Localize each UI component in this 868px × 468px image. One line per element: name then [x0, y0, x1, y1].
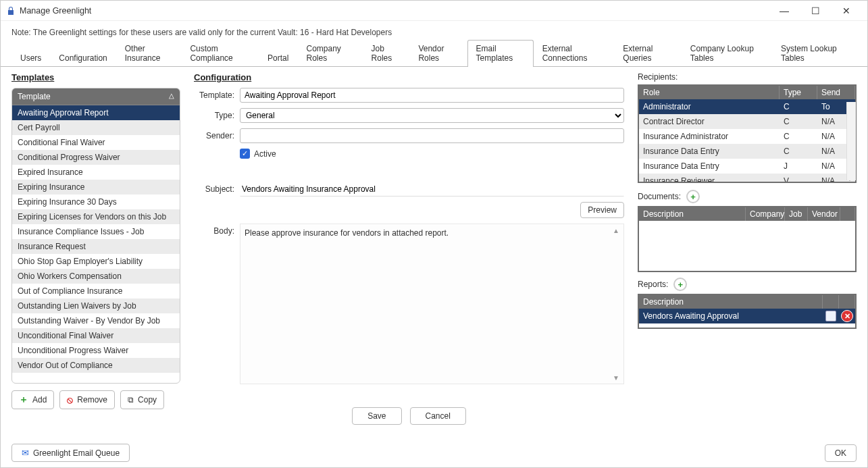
tab-system-lookup-tables[interactable]: System Lookup Tables [772, 40, 857, 67]
subject-label: Subject: [194, 184, 234, 194]
documents-col-desc[interactable]: Description [639, 207, 746, 221]
recipients-col-role[interactable]: Role [639, 86, 780, 99]
tab-job-roles[interactable]: Job Roles [363, 40, 410, 67]
documents-col-job[interactable]: Job [785, 207, 808, 221]
close-button[interactable]: ✕ [836, 5, 857, 16]
templates-list: Awaiting Approval ReportCert PayrollCond… [12, 105, 180, 383]
documents-col-company[interactable]: Company [746, 207, 785, 221]
template-item[interactable]: Expiring Insurance [12, 180, 180, 194]
tab-company-roles[interactable]: Company Roles [297, 40, 362, 67]
ok-label: OK [835, 448, 846, 458]
copy-button[interactable]: ⧉ Copy [120, 390, 164, 409]
reports-table: Description Vendors Awaiting Approval✕ [638, 294, 857, 329]
recipients-table: Role Type Send AdministratorCTo▼Contract… [638, 84, 857, 183]
tab-external-connections[interactable]: External Connections [534, 40, 615, 67]
copy-icon: ⧉ [128, 395, 134, 405]
templates-heading: Templates [11, 72, 180, 82]
preview-button[interactable]: Preview [580, 202, 624, 218]
recipients-col-type[interactable]: Type [780, 86, 817, 99]
active-label: Active [254, 149, 276, 159]
tab-custom-compliance[interactable]: Custom Compliance [181, 40, 259, 67]
template-item[interactable]: Unconditional Final Waiver [12, 328, 180, 343]
add-document-button[interactable]: + [686, 190, 700, 203]
template-item[interactable]: Out of Compliance Insurance [12, 284, 180, 298]
template-item[interactable]: Vendor Out of Compliance [12, 358, 180, 373]
sender-label: Sender: [194, 131, 234, 140]
tab-users[interactable]: Users [11, 49, 50, 67]
template-item[interactable]: Insurance Compliance Issues - Job [12, 224, 180, 239]
recipient-role: Administrator [639, 101, 780, 113]
lock-icon [6, 6, 16, 16]
queue-label: Greenlight Email Queue [33, 448, 120, 458]
type-label: Type: [194, 111, 234, 120]
tab-other-insurance[interactable]: Other Insurance [116, 40, 182, 67]
template-item[interactable]: Awaiting Approval Report [12, 105, 180, 120]
ok-button[interactable]: OK [825, 444, 857, 462]
recipient-role: Insurance Reviewer [639, 175, 780, 182]
cancel-button[interactable]: Cancel [410, 407, 466, 425]
copy-label: Copy [138, 395, 157, 405]
recipients-scrollbar[interactable] [846, 102, 856, 180]
save-button[interactable]: Save [352, 407, 401, 425]
template-input[interactable] [240, 88, 624, 103]
recipient-type: C [780, 101, 817, 113]
minimize-button[interactable]: — [774, 5, 794, 16]
sender-input[interactable] [240, 128, 624, 143]
templates-column-label: Template [18, 92, 51, 101]
tab-company-lookup-tables[interactable]: Company Lookup Tables [682, 40, 772, 67]
maximize-button[interactable]: ☐ [805, 5, 825, 16]
recipient-row[interactable]: Insurance Data EntryCN/A▼ [639, 144, 855, 159]
documents-label: Documents: [638, 192, 681, 201]
body-scroll-up-icon[interactable]: ▲ [613, 226, 622, 235]
envelope-icon: ✉ [22, 448, 29, 458]
add-button[interactable]: ＋ Add [11, 390, 54, 409]
tab-bar: UsersConfigurationOther InsuranceCustom … [1, 49, 867, 67]
type-select[interactable]: General [240, 108, 624, 123]
reports-col-desc[interactable]: Description [639, 295, 823, 309]
delete-report-icon[interactable]: ✕ [841, 310, 853, 322]
recipient-role: Insurance Administrator [639, 130, 780, 142]
subject-input[interactable] [240, 182, 624, 197]
recipient-type: J [780, 160, 817, 172]
template-item[interactable]: Ohio Workers Compensation [12, 269, 180, 284]
template-item[interactable]: Conditional Progress Waiver [12, 150, 180, 165]
remove-button[interactable]: ⦸ Remove [59, 390, 115, 409]
tab-portal[interactable]: Portal [259, 49, 297, 67]
body-textarea[interactable]: Please approve insurance for vendors in … [240, 224, 624, 384]
template-item[interactable]: Expired Insurance [12, 165, 180, 180]
recipient-row[interactable]: Insurance AdministratorCN/A▼ [639, 129, 855, 144]
recipients-col-send[interactable]: Send [817, 86, 855, 99]
recipient-row[interactable]: Contract DirectorCN/A▼ [639, 114, 855, 129]
recipient-type: C [780, 145, 817, 157]
template-item[interactable]: Insurance Request [12, 239, 180, 254]
template-item[interactable]: Expiring Insurance 30 Days [12, 194, 180, 209]
recipient-row[interactable]: Insurance ReviewerVN/A▼ [639, 174, 855, 182]
report-desc: Vendors Awaiting Approval [639, 310, 823, 322]
body-label: Body: [194, 224, 234, 236]
recipient-row[interactable]: AdministratorCTo▼ [639, 99, 855, 114]
reports-col-del [839, 295, 855, 309]
tab-email-templates[interactable]: Email Templates [467, 40, 534, 67]
template-item[interactable]: Conditional Final Waiver [12, 135, 180, 150]
body-scroll-down-icon[interactable]: ▼ [613, 373, 622, 382]
template-item[interactable]: Unconditional Progress Waiver [12, 343, 180, 358]
sort-indicator-icon: △ [169, 92, 174, 101]
documents-col-vendor[interactable]: Vendor [808, 207, 840, 221]
remove-label: Remove [77, 395, 107, 405]
template-item[interactable]: Expiring Licenses for Vendors on this Jo… [12, 209, 180, 224]
tab-configuration[interactable]: Configuration [50, 49, 116, 67]
active-checkbox[interactable]: ✓ [240, 149, 250, 159]
add-report-button[interactable]: + [673, 278, 687, 291]
template-item[interactable]: Outstanding Lien Waivers by Job [12, 298, 180, 313]
report-row[interactable]: Vendors Awaiting Approval✕ [639, 309, 855, 323]
template-item[interactable]: Cert Payroll [12, 120, 180, 135]
template-item[interactable]: Ohio Stop Gap Employer's Liability [12, 254, 180, 269]
recipient-type: C [780, 130, 817, 142]
greenlight-email-queue-button[interactable]: ✉ Greenlight Email Queue [11, 444, 130, 462]
open-report-icon[interactable] [825, 311, 836, 321]
tab-external-queries[interactable]: External Queries [614, 40, 681, 67]
template-item[interactable]: Outstanding Waiver - By Vendor By Job [12, 313, 180, 328]
templates-column-header[interactable]: Template △ [12, 88, 180, 105]
tab-vendor-roles[interactable]: Vendor Roles [409, 40, 467, 67]
recipient-row[interactable]: Insurance Data EntryJN/A▼ [639, 159, 855, 174]
